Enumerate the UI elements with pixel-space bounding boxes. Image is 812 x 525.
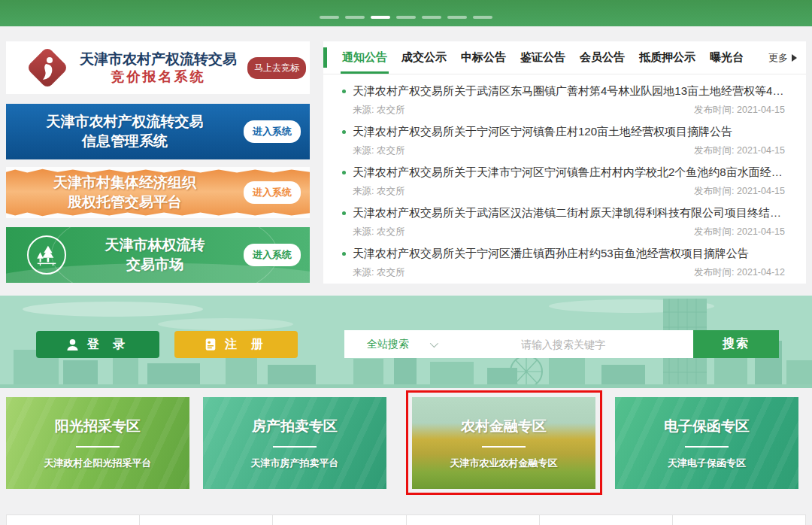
- bottom-table-cell: [540, 515, 673, 525]
- more-label: 更多: [768, 51, 788, 65]
- more-link[interactable]: 更多: [768, 51, 797, 74]
- bottom-table-cell: [407, 515, 540, 525]
- zone-divider: [273, 446, 317, 448]
- equity-platform-title: 天津市村集体经济组织 股权托管交易平台: [6, 173, 244, 211]
- zone-subtitle: 天津电子保函专区: [668, 457, 746, 470]
- zone-title: 阳光招采专区: [55, 417, 141, 436]
- carousel-dash[interactable]: [422, 16, 441, 19]
- register-label: 注 册: [225, 337, 268, 353]
- announcement-source: 来源: 农交所: [353, 104, 404, 117]
- zone-divider: [685, 446, 729, 448]
- user-icon: [65, 338, 80, 352]
- zone-divider: [482, 446, 526, 448]
- announcement-source: 来源: 农交所: [353, 185, 404, 198]
- forest-market-enter-button[interactable]: 进入系统: [244, 244, 301, 266]
- zone-card-e-guarantee[interactable]: 电子保函专区 天津电子保函专区: [615, 397, 798, 489]
- bullet-icon: [342, 130, 346, 134]
- carousel-dash[interactable]: [396, 16, 416, 19]
- zone-title: 房产拍卖专区: [252, 417, 338, 436]
- announcement-source: 来源: 农交所: [353, 266, 404, 279]
- hero-banner: 登 录 注 册 全站搜索 搜索: [0, 296, 812, 388]
- search-button[interactable]: 搜索: [693, 330, 779, 358]
- bullet-icon: [342, 211, 346, 215]
- announcement-source: 来源: 农交所: [353, 144, 404, 157]
- tab-member[interactable]: 会员公告: [580, 50, 625, 74]
- announcement-title-link[interactable]: 天津农村产权交易所关于武清区东马圈镇广善村第4号林业队园地13亩土地经营权等4个…: [353, 84, 785, 99]
- carousel-dash-active[interactable]: [371, 16, 390, 19]
- bid-system-title-line2: 竞价报名系统: [69, 68, 247, 86]
- zone-card-rural-finance[interactable]: 农村金融专区 天津市农业农村金融专区: [412, 397, 595, 489]
- bottom-table-cell: [273, 515, 406, 525]
- announcement-date: 发布时间: 2021-04-15: [694, 226, 785, 238]
- carousel-dash[interactable]: [320, 16, 339, 19]
- register-button[interactable]: 注 册: [174, 331, 298, 358]
- tab-accent-bar: [323, 47, 327, 68]
- bullet-icon: [342, 171, 346, 174]
- carousel-indicators: [320, 16, 492, 19]
- carousel-dash[interactable]: [345, 16, 365, 19]
- list-item: 天津农村产权交易所关于武清区汉沽港镇二街村原天津凯得利科技有限公司项目终结公告 …: [342, 199, 785, 240]
- info-system-title-line1: 天津市农村产权流转交易: [6, 112, 244, 132]
- announcement-date: 发布时间: 2021-04-15: [694, 104, 785, 117]
- announcement-tabs: 通知公告 成交公示 中标公告 鉴证公告 会员公告 抵质押公示 曝光台 更多: [342, 50, 806, 74]
- tab-winning-bid[interactable]: 中标公告: [461, 50, 506, 74]
- forest-market-card: 天津市林权流转 交易市场 进入系统: [6, 227, 310, 283]
- announcement-title-link[interactable]: 天津农村产权交易所关于宁河区潘庄镇西孙庄村约53亩鱼池经营权项目摘牌公告: [353, 247, 749, 261]
- list-item: 天津农村产权交易所关于宁河区宁河镇鲁庄村120亩土地经营权项目摘牌公告 来源: …: [342, 118, 785, 159]
- announcement-title-link[interactable]: 天津农村产权交易所关于天津市宁河区宁河镇鲁庄村村内学校北2个鱼池约8亩水面经营.…: [353, 165, 785, 180]
- tabs-divider: [323, 74, 806, 74]
- forest-market-title-line2: 交易市场: [66, 255, 244, 275]
- announcement-title-link[interactable]: 天津农村产权交易所关于武清区汉沽港镇二街村原天津凯得利科技有限公司项目终结公告: [353, 206, 785, 220]
- zone-title: 电子保函专区: [664, 417, 750, 436]
- info-system-card: 天津市农村产权流转交易 信息管理系统 进入系统: [6, 104, 310, 159]
- equity-platform-enter-button[interactable]: 进入系统: [244, 181, 301, 204]
- bottom-table-cell: [140, 515, 273, 525]
- zone-card-property-auction[interactable]: 房产拍卖专区 天津市房产拍卖平台: [203, 397, 386, 489]
- zone-title: 农村金融专区: [461, 417, 547, 436]
- bid-system-title: 天津市农村产权流转交易 竞价报名系统: [69, 50, 247, 85]
- bottom-table-row: [6, 514, 806, 525]
- zone-subtitle: 天津市农业农村金融专区: [450, 457, 558, 470]
- tab-deal-publicity[interactable]: 成交公示: [401, 50, 447, 74]
- more-arrow-icon: [792, 54, 797, 62]
- announcements-panel: 通知公告 成交公示 中标公告 鉴证公告 会员公告 抵质押公示 曝光台 更多 天津…: [323, 41, 806, 284]
- search-bar: 全站搜索 搜索: [344, 330, 779, 358]
- equity-platform-title-line1: 天津市村集体经济组织: [6, 173, 244, 193]
- zone-subtitle: 天津政村企阳光招采平台: [44, 457, 152, 470]
- login-button[interactable]: 登 录: [36, 331, 159, 358]
- carousel-topbar: [0, 0, 812, 26]
- go-bid-button[interactable]: 马上去竞标: [247, 57, 306, 79]
- bid-system-card: 天津市农村产权流转交易 竞价报名系统 马上去竞标: [6, 41, 310, 94]
- announcement-date: 发布时间: 2021-04-15: [694, 185, 785, 198]
- equity-platform-card: 天津市村集体经济组织 股权托管交易平台 进入系统: [6, 167, 310, 218]
- tab-exposure[interactable]: 曝光台: [710, 50, 744, 74]
- bid-system-title-line1: 天津市农村产权流转交易: [69, 50, 247, 68]
- zone-subtitle: 天津市房产拍卖平台: [251, 457, 339, 470]
- bullet-icon: [342, 90, 346, 93]
- info-system-enter-button[interactable]: 进入系统: [244, 120, 301, 143]
- zone-card-sunshine-procurement[interactable]: 阳光招采专区 天津政村企阳光招采平台: [6, 397, 189, 489]
- search-input[interactable]: [480, 330, 693, 358]
- announcement-date: 发布时间: 2021-04-15: [694, 144, 785, 157]
- info-system-title: 天津市农村产权流转交易 信息管理系统: [6, 112, 244, 150]
- id-card-icon: [204, 338, 217, 351]
- login-label: 登 录: [87, 337, 130, 353]
- forest-market-title: 天津市林权流转 交易市场: [66, 235, 244, 274]
- search-scope-dropdown[interactable]: 全站搜索: [344, 338, 480, 351]
- zone-divider: [76, 446, 120, 448]
- tab-certification[interactable]: 鉴证公告: [520, 50, 565, 74]
- announcement-date: 发布时间: 2021-04-12: [694, 266, 785, 279]
- bottom-table-cell: [673, 515, 805, 525]
- announcement-title-link[interactable]: 天津农村产权交易所关于宁河区宁河镇鲁庄村120亩土地经营权项目摘牌公告: [353, 125, 732, 139]
- search-scope-label: 全站搜索: [367, 338, 409, 351]
- site-logo-icon: [26, 46, 69, 90]
- carousel-dash[interactable]: [473, 16, 492, 19]
- carousel-dash[interactable]: [447, 16, 467, 19]
- pine-trees-icon: [27, 235, 66, 275]
- list-item: 天津农村产权交易所关于武清区东马圈镇广善村第4号林业队园地13亩土地经营权等4个…: [342, 77, 785, 118]
- forest-market-title-line1: 天津市林权流转: [66, 235, 244, 255]
- tab-mortgage[interactable]: 抵质押公示: [639, 50, 695, 74]
- tab-notice[interactable]: 通知公告: [342, 50, 387, 74]
- page: 天津市农村产权流转交易 竞价报名系统 马上去竞标 天津市农村产权流转交易 信息管…: [0, 0, 812, 525]
- equity-platform-title-line2: 股权托管交易平台: [6, 193, 244, 212]
